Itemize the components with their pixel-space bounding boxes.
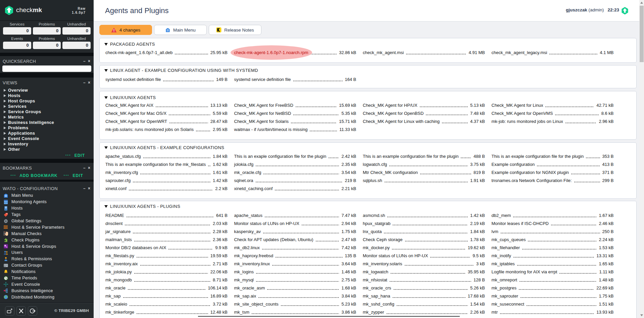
svg-text:</>: </>	[4, 201, 8, 204]
